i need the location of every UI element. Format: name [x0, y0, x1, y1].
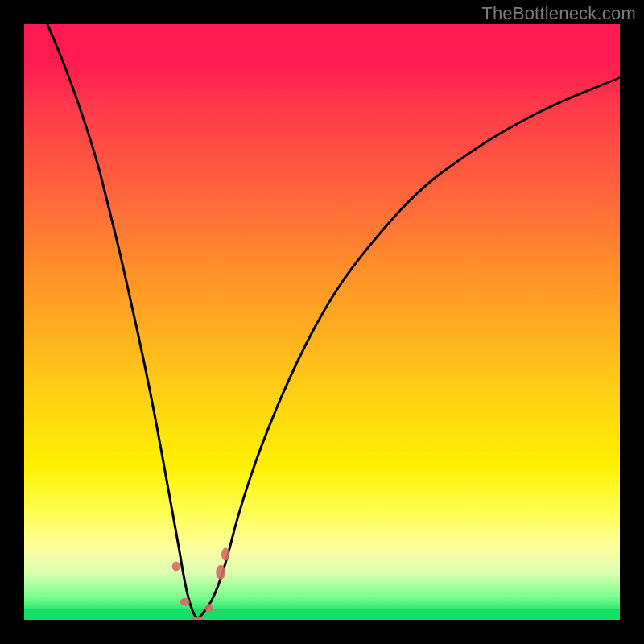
- curve-marker: [216, 565, 225, 580]
- curve-marker: [180, 598, 190, 606]
- curve-marker: [172, 561, 180, 571]
- plot-area: [24, 24, 620, 620]
- bottleneck-curve: [24, 24, 620, 618]
- watermark-text: TheBottleneck.com: [481, 3, 636, 24]
- chart-stage: TheBottleneck.com: [0, 0, 644, 644]
- curve-svg: [24, 24, 620, 620]
- curve-marker: [221, 548, 229, 561]
- curve-marker: [191, 617, 204, 620]
- curve-marker: [204, 604, 213, 612]
